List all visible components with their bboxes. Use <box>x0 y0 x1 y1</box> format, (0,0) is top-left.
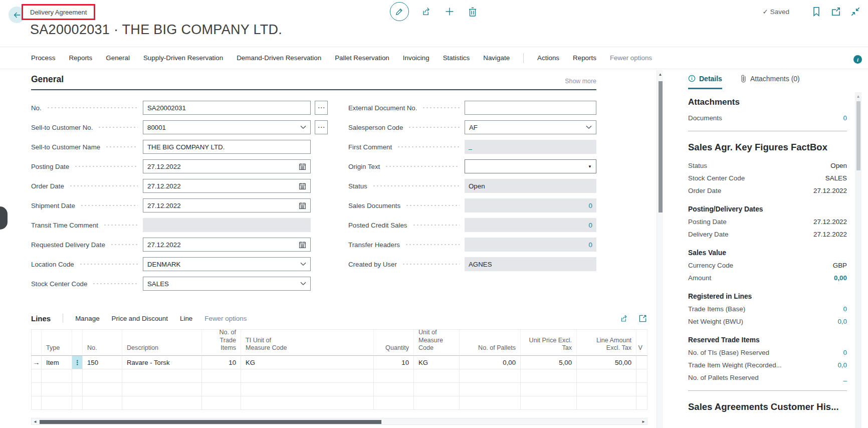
field-input-salesperson-code[interactable]: AF <box>465 120 596 134</box>
dotted-leader <box>402 264 460 265</box>
field-input-location-code[interactable]: DENMARK <box>143 257 311 271</box>
factbox-value-no-of-tis-base-reserved[interactable]: 0 <box>843 349 847 356</box>
cell-no-of-pallets[interactable]: 0,00 <box>460 356 521 369</box>
factbox-value-net-weight-bwu[interactable]: 0,0 <box>837 318 847 325</box>
menu-item-reports[interactable]: Reports <box>69 54 92 62</box>
cell-description[interactable]: Ravare - Torsk <box>122 356 202 369</box>
menu-item-invoicing[interactable]: Invoicing <box>403 54 429 62</box>
field-row-salesperson-code: Salesperson CodeAF <box>348 120 596 134</box>
menu-item-actions-secondary[interactable]: Actions <box>537 54 559 62</box>
column-header-line-amount-excl-tax[interactable]: Line Amount Excl. Tax <box>577 329 636 356</box>
field-value-posted-credit-sales[interactable]: 0 <box>469 222 592 229</box>
factbox-value-documents[interactable]: 0 <box>843 114 847 122</box>
factbox-heading-sales-value: Sales Value <box>688 249 847 257</box>
field-input-origin-text[interactable]: ▼ <box>465 159 596 173</box>
tab-attachments[interactable]: Attachments (0) <box>740 72 800 89</box>
column-header-quantity[interactable]: Quantity <box>374 329 414 356</box>
menu-item-general[interactable]: General <box>106 54 130 62</box>
horizontal-scroll-thumb[interactable] <box>40 420 381 424</box>
cell-quantity[interactable]: 10 <box>374 356 414 369</box>
factbox-value-amount[interactable]: 0,00 <box>834 274 847 282</box>
field-input-stock-center-code[interactable]: SALES <box>143 277 311 291</box>
column-header-no-of-trade-items[interactable]: No. of Trade Items <box>202 329 241 356</box>
row-selector-cell[interactable]: → <box>31 356 42 369</box>
factbox-row-currency-code: Currency CodeGBP <box>688 259 847 272</box>
field-value-sell-to-customer-no: 80001 <box>147 124 300 131</box>
dotted-leader <box>92 283 138 284</box>
field-input-shipment-date[interactable]: 27.12.2022 <box>143 198 311 212</box>
scroll-up-icon[interactable]: ▲ <box>657 70 664 78</box>
field-input-order-date[interactable]: 27.12.2022 <box>143 179 311 193</box>
column-header-no-of-pallets[interactable]: No. of Pallets <box>460 329 521 356</box>
show-more-link[interactable]: Show more <box>565 78 596 85</box>
lines-menu-line[interactable]: Line <box>180 315 192 322</box>
delete-button[interactable] <box>467 6 478 17</box>
field-input-sell-to-customer-name[interactable]: THE BIG COMPANY LTD. <box>143 140 311 154</box>
fewer-options-link[interactable]: Fewer options <box>610 54 652 62</box>
menu-item-demand-driven-reservation[interactable]: Demand-Driven Reservation <box>237 54 321 62</box>
new-document-button[interactable] <box>444 6 455 17</box>
menu-item-reports-secondary[interactable]: Reports <box>573 54 596 62</box>
cell-no[interactable]: 150 <box>83 356 122 369</box>
cell-line-amount-excl-tax[interactable]: 50,00 <box>577 356 636 369</box>
horizontal-scrollbar[interactable]: ◄ ► <box>31 418 647 425</box>
assist-edit-button-sell-to-customer-no[interactable]: ⋯ <box>315 120 328 134</box>
field-input-posting-date[interactable]: 27.12.2022 <box>143 159 311 173</box>
field-value-transfer-headers[interactable]: 0 <box>469 241 592 249</box>
column-header-ti-unit-of-measure-code[interactable]: TI Unit of Measure Code <box>241 329 374 356</box>
tab-details[interactable]: Details <box>688 72 722 89</box>
factbox-value-trade-item-weight-recorded[interactable]: 0,0 <box>837 361 847 369</box>
dotted-leader <box>79 264 138 265</box>
field-value-first-comment[interactable]: _ <box>469 144 472 150</box>
column-header-description[interactable]: Description <box>122 329 202 356</box>
factbox-value-no-of-pallets-reserved[interactable]: _ <box>843 374 847 381</box>
field-input-no[interactable]: SA20002031 <box>143 101 311 115</box>
menu-item-supply-driven-reservation[interactable]: Supply-Driven Reservation <box>143 54 223 62</box>
share-button[interactable] <box>421 6 432 17</box>
collapse-icon[interactable] <box>850 6 861 17</box>
lines-menu-price-and-discount[interactable]: Price and Discount <box>112 315 168 322</box>
lines-menu-manage[interactable]: Manage <box>75 315 99 322</box>
vertical-scrollbar[interactable]: ▲ <box>657 70 663 428</box>
horizontal-scroll-track[interactable] <box>39 418 640 424</box>
factbox-scrollbar[interactable]: ▲ <box>855 92 861 428</box>
info-icon[interactable]: i <box>853 55 862 64</box>
column-header-v-truncated[interactable]: V <box>636 329 647 356</box>
vertical-scroll-thumb[interactable] <box>659 81 663 212</box>
assist-edit-button-no[interactable]: ⋯ <box>315 101 328 115</box>
column-header-type[interactable]: Type <box>42 329 72 356</box>
cell-ti-unit-of-measure-code[interactable]: KG <box>241 356 374 369</box>
menu-item-process[interactable]: Process <box>31 54 55 62</box>
field-input-sell-to-customer-no[interactable]: 80001 <box>143 120 311 134</box>
factbox-value-trade-items-base[interactable]: 0 <box>843 305 847 313</box>
menu-item-statistics[interactable]: Statistics <box>443 54 470 62</box>
menu-item-navigate[interactable]: Navigate <box>483 54 510 62</box>
row-menu-cell[interactable]: ⋮ <box>72 356 83 369</box>
side-panel-handle[interactable] <box>0 206 8 230</box>
edit-button[interactable] <box>390 2 409 21</box>
scroll-left-icon[interactable]: ◄ <box>32 418 39 424</box>
bookmark-icon[interactable] <box>811 6 822 17</box>
cell-no-of-trade-items[interactable]: 10 <box>202 356 241 369</box>
cell-unit-of-measure-code[interactable]: KG <box>414 356 460 369</box>
open-in-new-window-icon[interactable] <box>830 6 841 17</box>
cell-type[interactable]: Item <box>42 356 72 369</box>
focus-mode-icon[interactable] <box>638 314 647 323</box>
column-header-unit-of-measure-code[interactable]: Unit of Measure Code <box>414 329 460 356</box>
field-value-sales-documents[interactable]: 0 <box>469 202 592 209</box>
field-value-order-date: 27.12.2022 <box>147 182 299 190</box>
factbox-scroll-up-icon[interactable]: ▲ <box>855 92 861 100</box>
cell-unit-price-excl-tax[interactable]: 5,00 <box>521 356 577 369</box>
cell-v-truncated[interactable] <box>636 356 647 369</box>
lines-fewer-options[interactable]: Fewer options <box>204 315 247 322</box>
field-row-created-by-user: Created by UserAGNES <box>348 257 596 271</box>
share-lines-icon[interactable] <box>619 314 629 323</box>
column-header-no[interactable]: No. <box>83 329 122 356</box>
scroll-right-icon[interactable]: ► <box>640 418 647 424</box>
factbox-scroll-thumb[interactable] <box>856 101 860 170</box>
menu-item-pallet-reservation[interactable]: Pallet Reservation <box>335 54 389 62</box>
column-header-unit-price-excl-tax[interactable]: Unit Price Excl. Tax <box>521 329 577 356</box>
field-input-external-document-no[interactable] <box>465 101 596 115</box>
empty-cell <box>636 383 647 396</box>
field-input-requested-delivery-date[interactable]: 27.12.2022 <box>143 238 311 252</box>
